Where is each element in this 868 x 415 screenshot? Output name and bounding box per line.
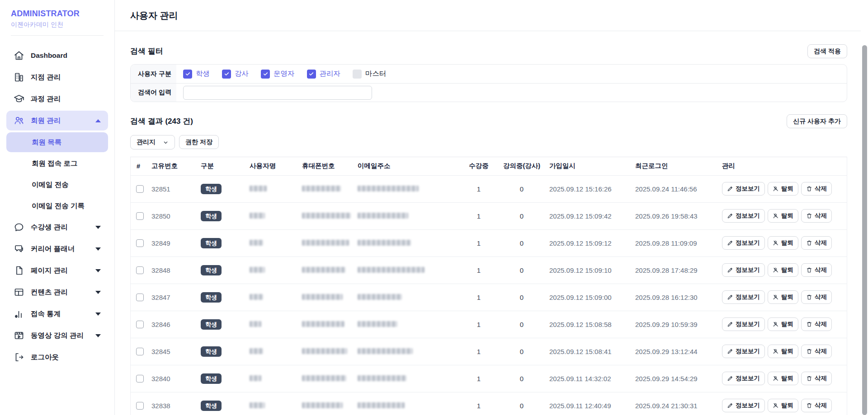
table-row: 32850 학생 1 0 2025.09.12 15:09:42 2025.09… [131, 202, 847, 229]
user-x-icon [773, 186, 779, 192]
sidebar-item-member-management[interactable]: 회원 관리 [6, 111, 108, 131]
row-checkbox[interactable] [136, 239, 144, 247]
withdraw-button[interactable]: 탈퇴 [768, 290, 798, 304]
withdraw-button[interactable]: 탈퇴 [768, 263, 798, 277]
sidebar-item-member-access-log[interactable]: 회원 접속 로그 [6, 154, 108, 173]
checkbox-box [261, 70, 270, 79]
info-button[interactable]: 정보보기 [722, 399, 765, 412]
sidebar-item-content-management[interactable]: 컨텐츠 관리 [6, 282, 108, 302]
info-button[interactable]: 정보보기 [722, 263, 765, 277]
withdraw-button[interactable]: 탈퇴 [768, 345, 798, 358]
sidebar-item-logout[interactable]: 로그아웃 [6, 347, 108, 367]
sidebar-subitem-label: 이메일 전송 [32, 180, 69, 190]
chevron-down-icon [163, 140, 169, 145]
user-id: 32851 [151, 185, 170, 193]
pencil-icon [727, 240, 733, 246]
enrolled-count: 1 [477, 212, 481, 220]
checkbox-master[interactable]: 마스터 [353, 69, 387, 79]
organization-name: 이젠아카데미 인천 [6, 19, 108, 29]
apply-search-button[interactable]: 검색 적용 [807, 44, 847, 58]
user-type-badge: 학생 [201, 346, 222, 357]
info-button[interactable]: 정보보기 [722, 182, 765, 196]
row-checkbox[interactable] [136, 294, 144, 301]
info-button[interactable]: 정보보기 [722, 345, 765, 358]
sidebar-item-access-stats[interactable]: 접속 통계 [6, 304, 108, 324]
joined-at: 2025.09.12 15:08:41 [549, 348, 612, 355]
role-select[interactable]: 관리지 [130, 135, 175, 149]
withdraw-button[interactable]: 탈퇴 [768, 182, 798, 196]
last-login: 2025.09.24 11:46:56 [635, 185, 697, 193]
info-button[interactable]: 정보보기 [722, 317, 765, 331]
row-checkbox[interactable] [136, 402, 144, 410]
sidebar-item-page-management[interactable]: 페이지 관리 [6, 261, 108, 280]
withdraw-button[interactable]: 탈퇴 [768, 236, 798, 250]
results-table: #고유번호구분사용자명휴대폰번호이메일주소수강중강의중(강사)가입일시최근로그인… [131, 157, 847, 415]
info-button[interactable]: 정보보기 [722, 372, 765, 385]
check-icon [308, 71, 314, 77]
sidebar-item-branch-management[interactable]: 지점 관리 [6, 67, 108, 87]
user-phone-masked [302, 321, 344, 327]
user-id: 32847 [151, 294, 170, 301]
delete-button[interactable]: 삭제 [801, 345, 832, 358]
scrollbar[interactable] [862, 45, 867, 415]
row-checkbox[interactable] [136, 348, 144, 355]
sidebar-item-course-management[interactable]: 과정 관리 [6, 89, 108, 109]
user-name-masked [250, 348, 263, 354]
sidebar-item-student-management[interactable]: 수강생 관리 [6, 217, 108, 237]
last-login: 2025.09.28 17:48:29 [635, 266, 698, 274]
save-permission-button[interactable]: 권한 저장 [179, 135, 219, 149]
sidebar-item-career-planner[interactable]: 커리어 플래너 [6, 239, 108, 259]
delete-button[interactable]: 삭제 [801, 290, 832, 304]
user-email-masked [358, 240, 411, 246]
sidebar-item-label: 과정 관리 [31, 94, 103, 104]
row-checkbox[interactable] [136, 212, 144, 220]
row-checkbox[interactable] [136, 375, 144, 382]
checkbox-operator[interactable]: 운영자 [261, 69, 295, 79]
table-row: 32845 학생 1 0 2025.09.12 15:08:41 2025.09… [131, 338, 847, 365]
add-user-button[interactable]: 신규 사용자 추가 [787, 114, 847, 128]
delete-button[interactable]: 삭제 [801, 263, 832, 277]
last-login: 2025.09.24 21:30:31 [635, 402, 698, 410]
sidebar-item-email-send-history[interactable]: 이메일 전송 기록 [6, 196, 108, 216]
delete-button[interactable]: 삭제 [801, 317, 832, 331]
joined-at: 2025.09.11 14:32:02 [549, 375, 611, 382]
withdraw-button[interactable]: 탈퇴 [768, 399, 798, 412]
user-x-icon [773, 348, 779, 354]
row-checkbox[interactable] [136, 185, 144, 193]
checkbox-admin[interactable]: 관리자 [307, 69, 341, 79]
info-button[interactable]: 정보보기 [722, 290, 765, 304]
delete-button[interactable]: 삭제 [801, 182, 832, 196]
row-checkbox[interactable] [136, 321, 144, 328]
sidebar-item-dashboard[interactable]: Dashboard [6, 46, 108, 65]
user-x-icon [773, 294, 779, 300]
withdraw-button[interactable]: 탈퇴 [768, 317, 798, 331]
user-phone-masked [302, 348, 347, 354]
row-checkbox[interactable] [136, 266, 144, 274]
checkbox-instructor[interactable]: 강사 [222, 69, 249, 79]
withdraw-button[interactable]: 탈퇴 [768, 372, 798, 385]
building-icon [14, 72, 24, 83]
delete-button[interactable]: 삭제 [801, 399, 832, 412]
column-header: 관리 [722, 157, 847, 175]
info-button[interactable]: 정보보기 [722, 209, 765, 223]
user-type-filter-row: 사용자 구분 학생 강사 운영자 관리자 마스터 [131, 65, 847, 83]
checkbox-student[interactable]: 학생 [183, 69, 210, 79]
delete-button[interactable]: 삭제 [801, 236, 832, 250]
sidebar-divider [11, 35, 104, 36]
last-login: 2025.09.28 11:09:09 [635, 239, 697, 247]
delete-button[interactable]: 삭제 [801, 209, 832, 223]
user-id: 32845 [151, 348, 170, 355]
sidebar-item-member-list[interactable]: 회원 목록 [6, 132, 108, 152]
delete-button[interactable]: 삭제 [801, 372, 832, 385]
user-phone-masked [302, 375, 346, 381]
joined-at: 2025.09.12 15:09:42 [549, 212, 612, 220]
search-input[interactable] [183, 86, 372, 100]
user-id: 32849 [151, 239, 170, 247]
column-header: 가입일시 [549, 157, 635, 175]
sidebar-item-video-lecture-management[interactable]: 동영상 강의 관리 [6, 326, 108, 345]
table-body: 32851 학생 1 0 2025.09.12 15:16:26 2025.09… [131, 175, 847, 415]
withdraw-button[interactable]: 탈퇴 [768, 209, 798, 223]
sidebar-item-email-send[interactable]: 이메일 전송 [6, 175, 108, 195]
pencil-icon [727, 267, 733, 273]
info-button[interactable]: 정보보기 [722, 236, 765, 250]
